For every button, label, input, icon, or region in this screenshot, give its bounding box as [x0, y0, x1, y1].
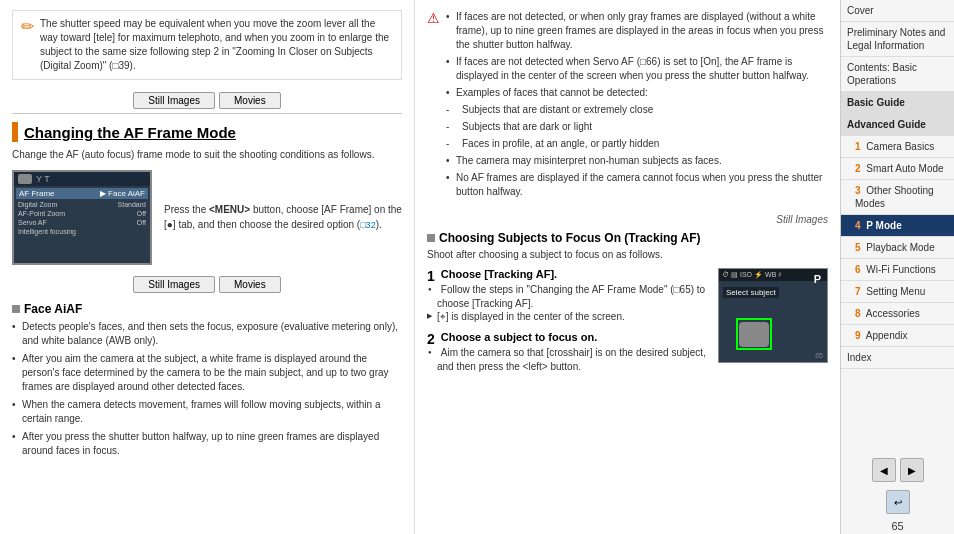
- sidebar-smart-auto-label: Smart Auto Mode: [866, 163, 943, 174]
- section-title-container: Changing the AF Frame Mode: [12, 122, 402, 142]
- camera-toolbar: ⏱ ▤ ISO ⚡ WB ♯: [719, 269, 827, 281]
- bullet-3: After you press the shutter button halfw…: [12, 430, 402, 458]
- af-point-label: AF-Point Zoom: [18, 210, 65, 217]
- prev-page-button[interactable]: ◀: [872, 458, 896, 482]
- camera-icon: [18, 174, 32, 184]
- intelligent-label: Intelligent focusing: [18, 228, 76, 235]
- dog-shape: [739, 322, 769, 347]
- step-1: 1 Choose [Tracking AF]. Follow the steps…: [427, 268, 708, 323]
- camera-yt: Y T: [36, 174, 50, 184]
- intelligent-row: Intelligent focusing: [16, 227, 148, 236]
- sidebar-item-contents[interactable]: Contents: Basic Operations: [841, 57, 954, 92]
- cam-icon-4: ⚡: [754, 271, 763, 279]
- sidebar-cover-label: Cover: [847, 5, 874, 16]
- alert-note: ⚠ If faces are not detected, or when onl…: [427, 10, 828, 208]
- section-bar-decoration: [12, 122, 18, 142]
- subsection-icon: [12, 305, 20, 313]
- tracking-title-container: Choosing Subjects to Focus On (Tracking …: [427, 231, 828, 245]
- sidebar-item-camera-basics[interactable]: 1 Camera Basics: [841, 136, 954, 158]
- sidebar-num-1: 1: [855, 141, 861, 152]
- step-2-bullet: Aim the camera so that [crosshair] is on…: [427, 346, 708, 374]
- step-1-number: 1: [427, 268, 435, 284]
- bullet-1: After you aim the camera at the subject,…: [12, 352, 402, 394]
- right-bullet-2: Examples of faces that cannot be detecte…: [446, 86, 828, 100]
- sidebar-basic-label: Basic Guide: [847, 97, 905, 108]
- movies-tab-2[interactable]: Movies: [219, 276, 281, 293]
- sidebar-item-prelim[interactable]: Preliminary Notes and Legal Information: [841, 22, 954, 57]
- servo-af-row: Servo AF Off: [16, 218, 148, 227]
- sidebar-playback-label: Playback Mode: [866, 242, 934, 253]
- tracking-desc: Shoot after choosing a subject to focus …: [427, 249, 828, 260]
- sidebar-item-accessories[interactable]: 8 Accessories: [841, 303, 954, 325]
- sidebar-item-playback[interactable]: 5 Playback Mode: [841, 237, 954, 259]
- right-bullet-4: No AF frames are displayed if the camera…: [446, 171, 828, 199]
- right-dash-1: Subjects that are dark or light: [446, 120, 828, 134]
- next-page-button[interactable]: ▶: [900, 458, 924, 482]
- sidebar-num-9: 9: [855, 330, 861, 341]
- tracking-icon: [427, 234, 435, 242]
- af-frame-row: AF Frame ▶ Face AiAF: [16, 188, 148, 199]
- camera-menu-bar: Y T: [14, 172, 150, 186]
- camera-bottom-info: 65: [815, 352, 823, 359]
- sidebar-item-cover[interactable]: Cover: [841, 0, 954, 22]
- ref-32: □32: [360, 220, 375, 230]
- bullet-2: When the camera detects movement, frames…: [12, 398, 402, 426]
- sidebar-item-basic-guide[interactable]: Basic Guide: [841, 92, 954, 114]
- servo-af-value: Off: [137, 219, 146, 226]
- page-number: 65: [841, 518, 954, 534]
- focus-frame: [736, 318, 772, 350]
- cam-icon: ●: [167, 219, 173, 230]
- right-bullet-1: If faces are not detected when Servo AF …: [446, 55, 828, 83]
- sidebar-item-other-shooting[interactable]: 3 Other Shooting Modes: [841, 180, 954, 215]
- step-2-title: Choose a subject to focus on.: [427, 331, 708, 343]
- sidebar-num-4: 4: [855, 220, 861, 231]
- sidebar-item-p-mode[interactable]: 4 P Mode: [841, 215, 954, 237]
- sidebar-item-appendix[interactable]: 9 Appendix: [841, 325, 954, 347]
- top-tabs: Still Images Movies: [12, 88, 402, 114]
- home-button[interactable]: ↩: [886, 490, 910, 514]
- sidebar-item-settings[interactable]: 7 Setting Menu: [841, 281, 954, 303]
- note-text: The shutter speed may be equivalent when…: [40, 17, 393, 73]
- step-1-bullet: Follow the steps in "Changing the AF Fra…: [427, 283, 708, 311]
- dog-subject: [739, 322, 769, 347]
- step-1-arrow: [⌖] is displayed in the center of the sc…: [427, 311, 708, 323]
- sidebar-num-7: 7: [855, 286, 861, 297]
- sidebar-nav: ◀ ▶: [841, 450, 954, 490]
- sidebar-other-shooting-label: Other Shooting Modes: [855, 185, 934, 209]
- tracking-camera-image: ⏱ ▤ ISO ⚡ WB ♯ Select subject P: [718, 268, 828, 363]
- still-images-label: Still Images: [427, 214, 828, 225]
- camera-demo: Y T AF Frame ▶ Face AiAF Digital Zoom St…: [12, 170, 402, 265]
- sidebar-item-advanced-guide[interactable]: Advanced Guide: [841, 114, 954, 136]
- cam-icon-2: ▤: [731, 271, 738, 279]
- right-bullet-3: The camera may misinterpret non-human su…: [446, 154, 828, 168]
- still-images-tab[interactable]: Still Images: [133, 92, 215, 109]
- sidebar-num-8: 8: [855, 308, 861, 319]
- step-1-title: Choose [Tracking AF].: [427, 268, 708, 280]
- sidebar-num-5: 5: [855, 242, 861, 253]
- sidebar-num-2: 2: [855, 163, 861, 174]
- alert-icon: ⚠: [427, 10, 440, 26]
- camera-screen: Y T AF Frame ▶ Face AiAF Digital Zoom St…: [12, 170, 152, 265]
- steps-container: 1 Choose [Tracking AF]. Follow the steps…: [427, 268, 828, 382]
- pencil-icon: ✏: [21, 17, 34, 36]
- steps-content: 1 Choose [Tracking AF]. Follow the steps…: [427, 268, 708, 382]
- movies-tab[interactable]: Movies: [219, 92, 281, 109]
- sidebar-index-label: Index: [847, 352, 871, 363]
- sidebar-wifi-label: Wi-Fi Functions: [866, 264, 935, 275]
- section-description: Change the AF (auto focus) frame mode to…: [12, 148, 402, 162]
- sidebar-appendix-label: Appendix: [866, 330, 908, 341]
- step-2: 2 Choose a subject to focus on. Aim the …: [427, 331, 708, 374]
- tracking-section: Choosing Subjects to Focus On (Tracking …: [427, 231, 828, 382]
- left-panel: ✏ The shutter speed may be equivalent wh…: [0, 0, 415, 534]
- still-images-tab-2[interactable]: Still Images: [133, 276, 215, 293]
- sidebar-num-3: 3: [855, 185, 861, 196]
- sidebar-prelim-label: Preliminary Notes and Legal Information: [847, 27, 945, 51]
- sidebar-item-wifi[interactable]: 6 Wi-Fi Functions: [841, 259, 954, 281]
- sidebar-item-index[interactable]: Index: [841, 347, 954, 369]
- sidebar-item-smart-auto[interactable]: 2 Smart Auto Mode: [841, 158, 954, 180]
- sidebar-settings-label: Setting Menu: [866, 286, 925, 297]
- p-mode-indicator: P: [814, 273, 821, 285]
- press-instruction: Press the <MENU> button, choose [AF Fram…: [164, 202, 402, 233]
- servo-af-label: Servo AF: [18, 219, 47, 226]
- sidebar-advanced-label: Advanced Guide: [847, 119, 926, 130]
